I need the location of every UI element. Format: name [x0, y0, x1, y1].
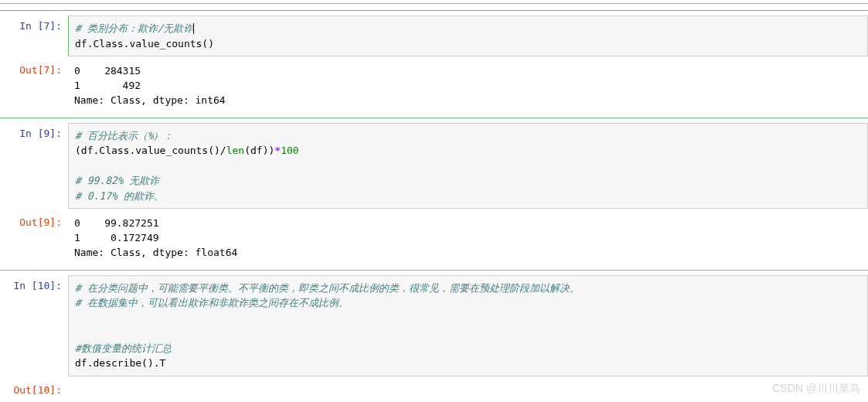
output-row: Out[7]: 0 284315 1 492 Name: Class, dtyp… — [0, 58, 868, 114]
output-prompt: Out[10]: — [0, 380, 68, 396]
code-comment: #数值变量的统计汇总 — [75, 342, 172, 354]
output-prompt: Out[7]: — [0, 60, 68, 76]
cell-top-border — [0, 10, 868, 11]
code-comment: # 在分类问题中，可能需要平衡类。不平衡的类，即类之间不成比例的类，很常见，需要… — [75, 282, 580, 294]
code-builtin: len — [226, 145, 244, 156]
code-comment: # 类别分布：欺诈/无欺诈 — [75, 22, 193, 34]
code-line: df.Class.value_counts() — [75, 38, 214, 49]
input-row: In [9]: # 百分比表示（%）： (df.Class.value_coun… — [0, 121, 868, 211]
code-comment: # 百分比表示（%）： — [75, 130, 173, 141]
notebook-cell-9: In [9]: # 百分比表示（%）： (df.Class.value_coun… — [0, 121, 868, 267]
text-cursor — [193, 23, 194, 34]
output-row: Out[10]: — [0, 378, 868, 397]
input-row: In [7]: # 类别分布：欺诈/无欺诈 df.Class.value_cou… — [0, 14, 868, 58]
code-part: (df.Class.value_counts()/ — [75, 145, 226, 156]
input-row: In [10]: # 在分类问题中，可能需要平衡类。不平衡的类，即类之间不成比例… — [0, 274, 868, 378]
code-part: (df)) — [244, 145, 274, 156]
code-comment: # 在数据集中，可以看出欺诈和非欺诈类之间存在不成比例。 — [75, 297, 349, 308]
code-output-area: 0 99.827251 1 0.172749 Name: Class, dtyp… — [68, 212, 868, 265]
code-input-area[interactable]: # 类别分布：欺诈/无欺诈 df.Class.value_counts() — [68, 15, 868, 56]
cell-bottom-border — [0, 118, 868, 118]
code-operator: * — [274, 145, 281, 156]
input-prompt: In [10]: — [0, 275, 68, 291]
output-row: Out[9]: 0 99.827251 1 0.172749 Name: Cla… — [0, 210, 868, 267]
code-line: df.describe().T — [75, 357, 165, 369]
code-comment: # 99.82% 无欺诈 — [75, 175, 159, 186]
input-prompt: In [9]: — [0, 123, 68, 139]
code-input-area[interactable]: # 百分比表示（%）： (df.Class.value_counts()/len… — [68, 123, 868, 210]
cell-divider — [0, 270, 868, 271]
cell-divider — [0, 3, 868, 4]
notebook-cell-10: In [10]: # 在分类问题中，可能需要平衡类。不平衡的类，即类之间不成比例… — [0, 274, 868, 397]
input-prompt: In [7]: — [0, 15, 68, 32]
code-output-area: 0 284315 1 492 Name: Class, dtype: int64 — [68, 60, 868, 113]
output-prompt: Out[9]: — [0, 212, 68, 228]
code-comment: # 0.17% 的欺诈。 — [75, 190, 164, 202]
code-output-area — [68, 380, 868, 389]
notebook-cell-7: In [7]: # 类别分布：欺诈/无欺诈 df.Class.value_cou… — [0, 7, 868, 121]
code-number: 100 — [281, 145, 298, 156]
code-input-area[interactable]: # 在分类问题中，可能需要平衡类。不平衡的类，即类之间不成比例的类，很常见，需要… — [68, 275, 868, 376]
